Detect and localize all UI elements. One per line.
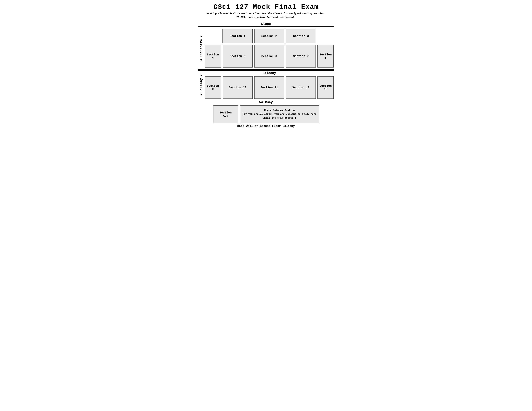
section-11-box: Section 11 [254,76,284,99]
section-2-box: Section 2 [254,29,284,43]
section-alt-box: Section ALT [213,105,238,123]
section-8-box: Section 8 [317,45,334,67]
balcony-arrow-down-icon: ▼ [200,93,202,97]
balcony-arrow-up-icon: ▲ [200,74,202,77]
row-balcony: Section 9 Section 10 Section 11 Section … [205,76,334,99]
section-13-box: Section 13 [317,76,334,99]
arrow-down-icon: ▼ [200,58,202,62]
balcony-area: ▲ Balcony ▼ Balcony Section 9 Section 10… [198,71,334,99]
orchestra-balcony-divider [198,69,334,70]
balcony-header-label: Balcony [205,71,334,75]
subtitle: Seating alphabetical in each section. Se… [198,12,334,19]
top-divider-line2 [198,70,334,71]
stage-label: Stage [198,22,334,26]
balcony-side-label: ▲ Balcony ▼ [198,71,204,99]
section-10-box: Section 10 [223,76,253,99]
section-7-box: Section 7 [286,45,316,67]
walkway-label: Walkway [198,100,334,104]
back-wall-label: Back Wall of Second Floor Balcony [198,124,334,128]
bottom-row: Section ALT Upper Balcony Seating (If yo… [198,105,334,123]
row-main: Section 4 Section 5 Section 6 Section 7 … [205,45,334,67]
orchestra-area: ▲ Orchestra ▼ Section 1 Section 2 Sectio… [198,29,334,67]
stage-divider [198,27,334,27]
orchestra-label: Orchestra [200,39,203,57]
orchestra-side-label: ▲ Orchestra ▼ [198,29,204,67]
upper-balcony-box: Upper Balcony Seating (If you arrive ear… [240,105,319,123]
section-3-box: Section 3 [286,29,316,43]
section-12-box: Section 12 [286,76,316,99]
row-front: Section 1 Section 2 Section 3 [205,29,334,43]
arrow-up-icon: ▲ [200,35,202,38]
section-6-box: Section 6 [254,45,284,67]
section-1-box: Section 1 [222,29,253,43]
page-title: CSci 127 Mock Final Exam [198,3,334,11]
section-4-box: Section 4 [205,45,221,67]
balcony-label: Balcony [200,78,203,92]
section-9-box: Section 9 [205,76,221,99]
section-5-box: Section 5 [223,45,253,67]
